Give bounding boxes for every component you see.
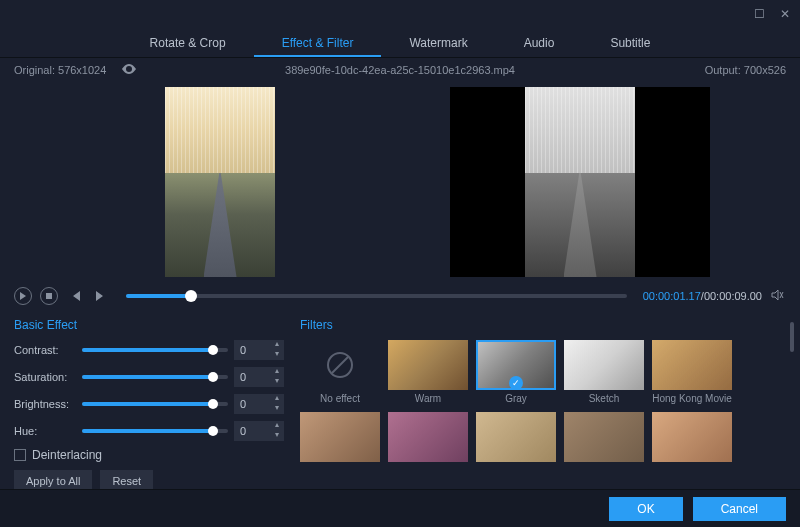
chevron-down-icon[interactable]: ▾ (270, 350, 284, 360)
effect-label: Saturation: (14, 371, 76, 383)
tab-audio[interactable]: Audio (496, 28, 583, 57)
prev-frame-icon[interactable] (66, 287, 84, 305)
filter-label: No effect (300, 393, 380, 404)
maximize-icon[interactable]: ☐ (752, 7, 766, 21)
effect-value-input[interactable]: 0 ▴▾ (234, 367, 284, 387)
effect-label: Hue: (14, 425, 76, 437)
filters-panel: Filters No effectWarm✓GraySketchHong Kon… (300, 318, 786, 492)
effect-value-input[interactable]: 0 ▴▾ (234, 421, 284, 441)
eye-icon[interactable] (121, 64, 137, 76)
deinterlacing-label: Deinterlacing (32, 448, 102, 462)
effect-value-input[interactable]: 0 ▴▾ (234, 340, 284, 360)
filename: 389e90fe-10dc-42ea-a25c-15010e1c2963.mp4 (285, 64, 515, 76)
tab-watermark[interactable]: Watermark (381, 28, 495, 57)
effect-slider[interactable] (82, 348, 228, 352)
filter-label: Gray (476, 393, 556, 404)
chevron-down-icon[interactable]: ▾ (270, 431, 284, 441)
svg-rect-0 (46, 293, 52, 299)
cancel-button[interactable]: Cancel (693, 497, 786, 521)
effect-slider[interactable] (82, 375, 228, 379)
output-preview (450, 87, 710, 277)
tab-rotate-crop[interactable]: Rotate & Crop (122, 28, 254, 57)
effect-label: Contrast: (14, 344, 76, 356)
basic-effect-title: Basic Effect (14, 318, 284, 332)
filter-thumbnail[interactable] (388, 340, 468, 390)
info-row: Original: 576x1024 389e90fe-10dc-42ea-a2… (0, 58, 800, 82)
chevron-down-icon[interactable]: ▾ (270, 377, 284, 387)
tab-effect-filter[interactable]: Effect & Filter (254, 28, 382, 57)
current-time: 00:00:01.17 (643, 290, 701, 302)
filter-thumbnail[interactable] (300, 412, 380, 462)
filters-title: Filters (300, 318, 786, 332)
filter-thumbnail[interactable] (388, 412, 468, 462)
filter-label: Hong Kong Movie (652, 393, 732, 404)
stop-icon[interactable] (40, 287, 58, 305)
total-time: 00:00:09.00 (704, 290, 762, 302)
output-dimensions: Output: 700x526 (705, 64, 786, 76)
filter-thumbnail[interactable] (564, 340, 644, 390)
playback-controls: 00:00:01.17/00:00:09.00 (0, 282, 800, 310)
ok-button[interactable]: OK (609, 497, 682, 521)
filter-thumbnail[interactable]: ✓ (476, 340, 556, 390)
play-icon[interactable] (14, 287, 32, 305)
original-preview (165, 87, 275, 277)
filter-thumbnail[interactable] (652, 412, 732, 462)
next-frame-icon[interactable] (92, 287, 110, 305)
timeline-slider[interactable] (126, 294, 627, 298)
original-dimensions: Original: 576x1024 (14, 64, 106, 76)
deinterlacing-checkbox[interactable] (14, 449, 26, 461)
preview-area (0, 82, 800, 282)
window-titlebar: ☐ ✕ (0, 0, 800, 28)
effect-slider[interactable] (82, 402, 228, 406)
basic-effect-panel: Basic Effect Contrast: 0 ▴▾ Saturation: … (14, 318, 284, 492)
effect-value-input[interactable]: 0 ▴▾ (234, 394, 284, 414)
svg-line-2 (332, 357, 348, 373)
filter-thumbnail[interactable] (652, 340, 732, 390)
volume-icon[interactable] (770, 288, 786, 304)
close-icon[interactable]: ✕ (778, 7, 792, 21)
footer: OK Cancel (0, 489, 800, 527)
scrollbar[interactable] (790, 322, 794, 352)
effect-slider[interactable] (82, 429, 228, 433)
tab-bar: Rotate & Crop Effect & Filter Watermark … (0, 28, 800, 58)
chevron-down-icon[interactable]: ▾ (270, 404, 284, 414)
tab-subtitle[interactable]: Subtitle (582, 28, 678, 57)
filter-thumbnail[interactable] (476, 412, 556, 462)
filter-label: Warm (388, 393, 468, 404)
filter-thumbnail[interactable] (564, 412, 644, 462)
filter-thumbnail[interactable] (300, 340, 380, 390)
check-icon: ✓ (509, 376, 523, 390)
effect-label: Brightness: (14, 398, 76, 410)
filter-label: Sketch (564, 393, 644, 404)
